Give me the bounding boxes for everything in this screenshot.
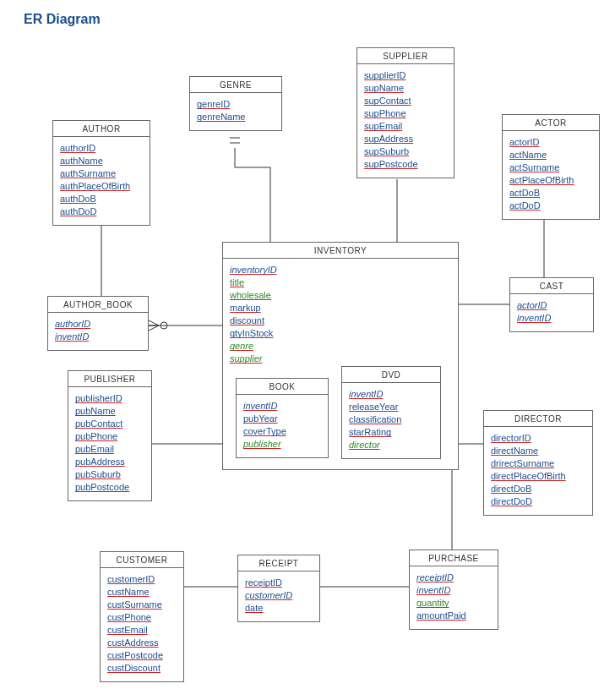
attr: custName [107,586,177,599]
entity-dvd: DVD inventID releaseYear classification … [341,366,441,459]
attr: pubEmail [75,443,144,456]
entity-header: DIRECTOR [484,411,592,427]
attr: directDoB [491,483,585,495]
attr: supContact [364,95,447,107]
attr: inventID [349,388,433,401]
diagram-title: ER Diagram [24,12,101,27]
entity-header: RECEIPT [238,555,319,571]
entity-receipt: RECEIPT receiptID customerID date [237,555,320,622]
attr: supPostcode [364,158,447,171]
attr: drirectSurname [491,457,585,470]
attr: starRating [349,426,433,439]
attr: actSurname [509,161,592,174]
attr: authSurname [60,167,143,180]
entity-cast: CAST actorID inventID [509,277,594,332]
attr: discount [230,314,451,327]
attr: publisher [243,438,321,451]
attr: custPhone [107,611,177,624]
er-diagram: ER Diagram [0,0,615,700]
attr: directDoD [491,495,585,508]
attr: inventoryID [230,264,451,276]
attr: genre [230,340,451,353]
attr: actorID [509,136,592,149]
attr: receiptID [245,577,313,589]
attr: directPlaceOfBirth [491,470,585,483]
attr: supEmail [364,120,447,133]
entity-customer: CUSTOMER customerID custName custSurname… [100,551,184,682]
attr: authorID [60,142,143,155]
attr: inventID [517,312,586,325]
attr: title [230,276,451,289]
entity-header: INVENTORY [223,243,458,259]
entity-publisher: PUBLISHER publisherID pubName pubContact… [68,370,152,501]
attr: authName [60,155,143,167]
attr: directorID [491,432,585,445]
attr: releaseYear [349,401,433,413]
attr: customerID [107,573,177,586]
entity-header: PURCHASE [410,550,498,566]
attr: supName [364,82,447,95]
attr: custSurname [107,599,177,611]
attr: pubPostcode [75,481,144,494]
attr: date [245,602,313,615]
attr: pubContact [75,418,144,430]
attr: wholesale [230,289,451,302]
entity-author-book: AUTHOR_BOOK authorID inventID [47,296,149,351]
attr: authorID [55,318,141,331]
attr: markup [230,302,451,314]
attr: customerID [245,589,313,602]
attr: supSuburb [364,145,447,158]
attr: pubAddress [75,456,144,468]
attr: custDiscount [107,662,177,675]
entity-genre: GENRE genreID genreName [189,76,282,131]
entity-header: AUTHOR [53,121,150,137]
attr: authDoD [60,205,143,218]
attr: actPlaceOfBirth [509,174,592,187]
attr: classification [349,413,433,426]
attr: pubSuburb [75,468,144,481]
entity-header: AUTHOR_BOOK [48,297,148,313]
attr: authPlaceOfBirth [60,180,143,193]
attr: qtyInStock [230,327,451,340]
attr: publisherID [75,392,144,405]
entity-header: BOOK [237,379,328,395]
attr: pubYear [243,413,321,425]
entity-supplier: SUPPLIER supplierID supName supContact s… [356,47,454,178]
entity-author: AUTHOR authorID authName authSurname aut… [52,120,150,226]
attr: amountPaid [416,610,491,622]
entity-book: BOOK inventID pubYear coverType publishe… [236,378,329,458]
attr: coverType [243,425,321,438]
attr: genreName [197,111,275,123]
entity-director: DIRECTOR directorID directName drirectSu… [483,410,593,516]
attr: inventID [416,584,491,597]
entity-header: CUSTOMER [101,552,183,568]
attr: pubPhone [75,430,144,443]
entity-header: DVD [342,367,440,383]
attr: actName [509,149,592,161]
attr: genreID [197,98,275,111]
attr: actDoD [509,200,592,212]
attr: quantity [416,597,491,610]
attr: actDoB [509,187,592,200]
entity-header: CAST [510,278,593,294]
entity-header: GENRE [190,77,281,93]
attr: directName [491,445,585,457]
attr: actorID [517,299,586,312]
attr: custEmail [107,624,177,637]
attr: pubName [75,405,144,418]
attr: inventID [243,400,321,413]
entity-header: SUPPLIER [357,48,454,64]
entity-header: PUBLISHER [68,371,151,387]
entity-actor: ACTOR actorID actName actSurname actPlac… [502,114,600,220]
attr: receiptID [416,571,491,584]
attr: supPhone [364,107,447,120]
entity-header: ACTOR [503,115,599,131]
attr: inventID [55,331,141,343]
attr: custPostcode [107,649,177,662]
attr: director [349,439,433,451]
entity-inventory: INVENTORY inventoryID title wholesale ma… [222,242,459,470]
attr: supAddress [364,133,447,145]
entity-purchase: PURCHASE receiptID inventID quantity amo… [409,550,498,630]
attr: authDoB [60,193,143,205]
attr: supplier [230,353,451,365]
